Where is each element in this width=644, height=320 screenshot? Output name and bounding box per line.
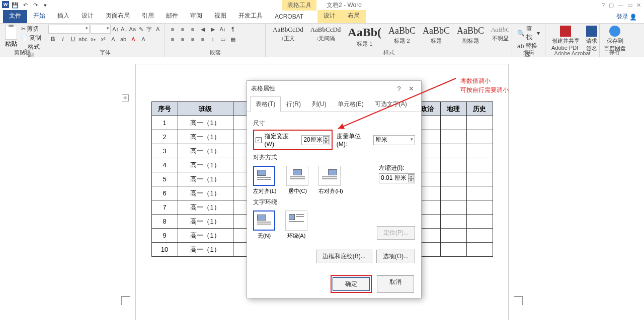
specify-width-checkbox[interactable]: ✓ (256, 137, 262, 143)
multilevel-icon[interactable]: ≡ (188, 25, 197, 34)
copy-button[interactable]: 📄 复制 (21, 34, 42, 42)
contextual-tab-label: 表格工具 (282, 0, 316, 11)
minimize-icon[interactable]: — (618, 2, 623, 9)
align-section-label: 对齐方式 (253, 153, 415, 162)
word-app-icon[interactable]: W (2, 1, 9, 8)
font-color-icon[interactable]: A (129, 35, 138, 44)
width-input[interactable]: 20厘米 ▲▼ (301, 135, 330, 145)
font-family-dropdown[interactable] (48, 25, 90, 34)
close-icon[interactable]: ✕ (636, 2, 641, 9)
text-effects-icon[interactable]: A (109, 35, 118, 44)
borders-icon[interactable]: ▦ (228, 35, 237, 44)
dialog-tab-row[interactable]: 行(R) (281, 96, 306, 112)
ribbon-options-icon[interactable]: ▢ (609, 2, 614, 9)
unit-dropdown[interactable]: 厘米 (373, 135, 415, 145)
indent-input[interactable]: 0.01 厘米 ▲▼ (379, 173, 415, 183)
table-anchor-icon[interactable]: ✥ (122, 94, 129, 101)
align-left-option[interactable]: 左对齐(L) (253, 166, 276, 195)
request-sign-button[interactable]: 请求 签名 (583, 25, 600, 53)
dialog-help-icon[interactable]: ? (393, 85, 405, 92)
qa-dropdown-icon[interactable]: ▾ (41, 1, 49, 9)
numbering-icon[interactable]: ≡ (178, 25, 187, 34)
align-center-icon[interactable]: ≡ (178, 35, 187, 44)
style-item[interactable]: AaBbCcDd↓无间隔 (310, 26, 341, 48)
styles-gallery[interactable]: AaBbCcDd↓正文AaBbCcDd↓无间隔AaBb(标题 1AaBbC标题 … (269, 25, 509, 49)
sign-in-link[interactable]: 登录👤 (612, 11, 641, 23)
italic-icon[interactable]: I (58, 35, 67, 44)
align-right-option[interactable]: 右对齐(H) (318, 166, 343, 195)
shading-icon[interactable]: ▭ (218, 35, 227, 44)
phonetic-icon[interactable]: 字 (145, 25, 153, 34)
tab-references[interactable]: 引用 (136, 9, 160, 23)
style-item[interactable]: AaBbCcDd↓正文 (273, 26, 303, 48)
cut-button[interactable]: ✂ 剪切 (21, 25, 42, 33)
dialog-tab-column[interactable]: 列(U) (306, 96, 332, 112)
tab-design[interactable]: 设计 (75, 9, 100, 23)
inc-indent-icon[interactable]: ▶ (208, 25, 217, 34)
restore-icon[interactable]: ▭ (627, 2, 632, 9)
underline-icon[interactable]: U (68, 35, 77, 44)
align-left-icon[interactable]: ≡ (168, 35, 177, 44)
indent-spinner[interactable]: ▲▼ (408, 174, 414, 182)
sign-icon (586, 26, 597, 37)
tab-review[interactable]: 审阅 (184, 9, 208, 23)
window-controls: ? ▢ — ▭ ✕ (599, 2, 644, 9)
redo-icon[interactable]: ↷ (31, 1, 39, 9)
dec-indent-icon[interactable]: ◀ (198, 25, 207, 34)
tab-acrobat[interactable]: ACROBAT (269, 10, 309, 23)
subscript-icon[interactable]: x₂ (89, 35, 98, 44)
superscript-icon[interactable]: x² (99, 35, 108, 44)
sort-icon[interactable]: A↓ (218, 25, 227, 34)
dialog-tab-cell[interactable]: 单元格(E) (332, 96, 369, 112)
justify-icon[interactable]: ≡ (198, 35, 207, 44)
char-border-icon[interactable]: A (154, 25, 162, 34)
tab-file[interactable]: 文件 (3, 9, 27, 23)
change-case-icon[interactable]: Aa (129, 25, 136, 34)
char-shading-icon[interactable]: A (139, 35, 148, 44)
dialog-tab-table[interactable]: 表格(T) (250, 96, 281, 112)
group-label-paragraph: 段落 (165, 49, 265, 56)
tab-home[interactable]: 开始 (27, 9, 51, 23)
undo-icon[interactable]: ↶ (21, 1, 29, 9)
clear-format-icon[interactable]: ✎ (137, 25, 145, 34)
strike-icon[interactable]: abc (78, 35, 88, 44)
line-spacing-icon[interactable]: ↕ (208, 35, 217, 44)
bold-icon[interactable]: B (48, 35, 57, 44)
font-size-dropdown[interactable] (91, 25, 111, 34)
tab-table-design[interactable]: 设计 (317, 9, 342, 23)
find-button[interactable]: 🔍 查找 ▾ (517, 25, 540, 42)
style-item[interactable]: AaBb(标题 1 (348, 26, 381, 48)
ok-button[interactable]: 确定 (333, 277, 370, 291)
tab-table-layout[interactable]: 布局 (342, 9, 366, 23)
dialog-close-icon[interactable]: ✕ (405, 85, 417, 92)
help-icon[interactable]: ? (602, 2, 605, 9)
tab-developer[interactable]: 开发工具 (232, 9, 269, 23)
dialog-tab-alttext[interactable]: 可选文字(A) (369, 96, 413, 112)
tab-insert[interactable]: 插入 (51, 9, 75, 23)
border-shading-button[interactable]: 边框和底纹(B)... (316, 250, 372, 263)
tab-page-layout[interactable]: 页面布局 (100, 9, 136, 23)
align-center-option[interactable]: 居中(C) (286, 166, 308, 195)
align-right-icon[interactable]: ≡ (188, 35, 197, 44)
show-marks-icon[interactable]: ¶ (228, 25, 237, 34)
grow-font-icon[interactable]: A↑ (112, 25, 119, 34)
group-acrobat: 创建并共享 Adobe PDF 请求 签名 Adobe Acrobat (545, 24, 600, 57)
save-icon[interactable]: 💾 (11, 1, 19, 9)
create-pdf-button[interactable]: 创建并共享 Adobe PDF (548, 25, 583, 53)
group-label-save: 保存 (600, 49, 630, 56)
options-button[interactable]: 选项(O)... (376, 250, 415, 263)
width-spinner[interactable]: ▲▼ (323, 136, 329, 144)
style-item[interactable]: AaBbC标题 (423, 26, 450, 48)
wrap-none-option[interactable]: 无(N) (253, 210, 275, 240)
style-item[interactable]: AaBbC标题 2 (388, 26, 416, 48)
style-item[interactable]: AaBbCcDd不明显强调 (491, 26, 509, 48)
tab-mailings[interactable]: 邮件 (160, 9, 184, 23)
dialog-footer: 确定 取消 (247, 270, 421, 298)
highlight-icon[interactable]: ab (119, 35, 128, 44)
bullets-icon[interactable]: ≡ (168, 25, 177, 34)
cancel-button[interactable]: 取消 (377, 275, 414, 293)
tab-view[interactable]: 视图 (208, 9, 232, 23)
style-item[interactable]: AaBbC副标题 (457, 26, 484, 48)
shrink-font-icon[interactable]: A↓ (120, 25, 128, 34)
wrap-around-option[interactable]: 环绕(A) (285, 210, 307, 240)
